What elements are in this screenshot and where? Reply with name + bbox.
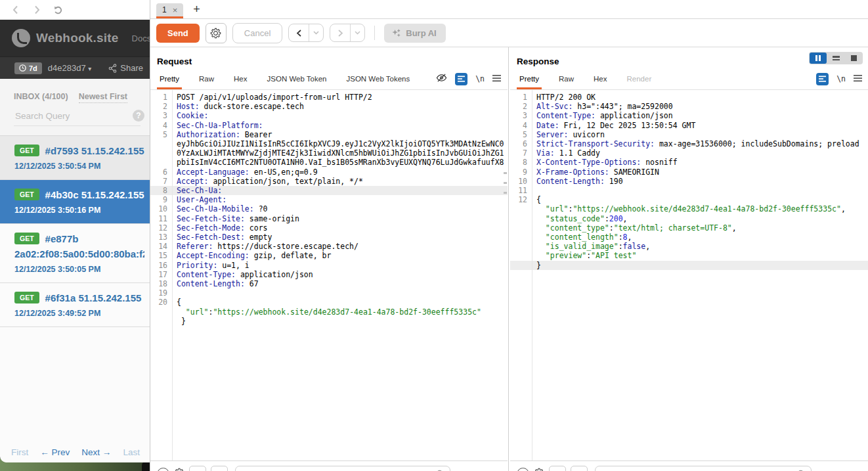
line-number: 7: [150, 177, 171, 186]
history-back-dropdown[interactable]: [309, 24, 323, 41]
line-number: [510, 251, 531, 260]
share-button[interactable]: Share: [108, 63, 143, 73]
tab-json-web-tokens[interactable]: JSON Web Tokens: [345, 69, 412, 89]
line-number: 4: [150, 121, 171, 130]
webhook-logo-icon: [12, 29, 30, 47]
share-icon: [108, 64, 117, 73]
tab-raw[interactable]: Raw: [198, 69, 215, 89]
repeater-tab-1[interactable]: 1 ×: [156, 3, 183, 18]
search-help-icon[interactable]: ?: [157, 468, 169, 471]
code-text: Sec-Fetch-Dest: empty: [171, 233, 272, 242]
history-forward-button[interactable]: [330, 24, 351, 41]
history-back-button[interactable]: [289, 24, 309, 41]
code-text: "is_valid_image":false,: [531, 242, 650, 251]
request-editor[interactable]: 1POST /api/v1/uploads/import-from-url HT…: [150, 90, 508, 471]
send-settings-button[interactable]: [206, 23, 227, 43]
tab-json-web-token[interactable]: JSON Web Token: [266, 69, 328, 89]
code-text: "content_type":"text/html; charset=UTF-8…: [531, 223, 737, 233]
tab-hex[interactable]: Hex: [592, 69, 608, 89]
code-line: 20{: [150, 298, 508, 307]
layout-columns-button[interactable]: [810, 53, 827, 64]
browser-forward-icon[interactable]: [32, 5, 42, 15]
search-settings-icon[interactable]: [534, 468, 544, 471]
search-next-button[interactable]: →: [571, 466, 588, 471]
request-id: #d7593 51.15.242.155: [45, 145, 144, 156]
search-help-icon[interactable]: ?: [517, 468, 529, 471]
code-line: 7Accept: application/json, text/plain, *…: [150, 177, 508, 186]
code-text: Content-Length: 190: [531, 177, 623, 186]
line-number: 3: [510, 111, 531, 120]
line-number: 10: [510, 177, 531, 186]
inbox-request-item[interactable]: GET#d7593 51.15.242.15512/12/2025 3:50:5…: [0, 136, 151, 180]
clock-icon: [19, 64, 26, 72]
line-number: 3: [150, 111, 171, 120]
editor-menu-icon[interactable]: [854, 73, 862, 85]
response-search-bar: ? ← → 0 highlights: [510, 460, 868, 471]
inbox-sidebar: INBOX (4/100) Newest First ? GET#d7593 5…: [0, 79, 151, 462]
token-id-dropdown[interactable]: d4e283d7 ▾: [48, 63, 92, 73]
new-tab-button[interactable]: +: [193, 3, 200, 16]
request-search-input[interactable]: [241, 469, 436, 471]
line-number: 11: [510, 186, 531, 195]
toolbar-divider: [374, 26, 375, 40]
tab-raw[interactable]: Raw: [557, 69, 575, 89]
line-number: 14: [150, 242, 171, 251]
request-view-tabs: PrettyRawHexJSON Web TokenJSON Web Token…: [150, 68, 508, 90]
inbox-request-item[interactable]: GET#e877b2a02:2f08:5a00:5d00:80ba:f249:2…: [0, 224, 151, 283]
search-next-button[interactable]: →: [211, 466, 228, 471]
inbox-pagination: First ← Prev Next → Last: [0, 447, 151, 457]
inbox-header: INBOX (4/100) Newest First ?: [0, 79, 151, 135]
method-badge: GET: [14, 292, 39, 303]
syntax-highlight-toggle-icon[interactable]: [816, 73, 829, 85]
sort-toggle[interactable]: Newest First: [79, 92, 127, 103]
line-number: [510, 242, 531, 251]
show-newlines-toggle[interactable]: \n: [475, 74, 485, 83]
line-number: [150, 307, 171, 317]
search-prev-button[interactable]: ←: [549, 466, 566, 471]
pagination-prev[interactable]: ← Prev: [40, 447, 70, 457]
line-number: 1: [150, 93, 171, 102]
tab-pretty[interactable]: Pretty: [518, 69, 540, 89]
hide-headers-icon[interactable]: [436, 73, 447, 85]
inbox-request-list: GET#d7593 51.15.242.15512/12/2025 3:50:5…: [0, 135, 151, 327]
search-prev-button[interactable]: ←: [189, 466, 206, 471]
editor-menu-icon[interactable]: [492, 73, 501, 85]
tab-render[interactable]: Render: [626, 69, 653, 89]
line-number: 16: [150, 261, 171, 270]
line-number: 9: [510, 168, 531, 177]
layout-rows-button[interactable]: [827, 53, 844, 64]
code-line: "status_code":200,: [510, 214, 868, 223]
send-button[interactable]: Send: [156, 24, 200, 43]
help-icon[interactable]: ?: [133, 110, 144, 122]
tab-pretty[interactable]: Pretty: [158, 69, 181, 89]
code-line: 1HTTP/2 200 OK: [510, 93, 868, 102]
line-number: 4: [510, 121, 531, 130]
inbox-request-item[interactable]: GET#4b30c 51.15.242.15512/12/2025 3:50:1…: [0, 180, 151, 224]
cancel-button[interactable]: Cancel: [232, 23, 282, 43]
browser-back-icon[interactable]: [11, 5, 21, 15]
pagination-first[interactable]: First: [11, 447, 28, 457]
inbox-search-input[interactable]: [14, 110, 133, 122]
nav-docs-link[interactable]: Docs & API: [132, 34, 151, 43]
pagination-last[interactable]: Last: [123, 447, 140, 457]
webhook-header: Webhook.site Docs & API: [0, 20, 151, 56]
layout-single-button[interactable]: [845, 53, 862, 64]
browser-reload-icon[interactable]: [53, 5, 64, 16]
burp-ai-button[interactable]: Burp AI: [384, 24, 445, 43]
expiry-badge[interactable]: 7d: [14, 62, 42, 74]
search-settings-icon[interactable]: [174, 468, 184, 471]
history-forward-dropdown[interactable]: [351, 24, 364, 41]
close-tab-icon[interactable]: ×: [173, 6, 178, 14]
tab-hex[interactable]: Hex: [232, 69, 248, 89]
syntax-highlight-toggle-icon[interactable]: [455, 73, 467, 85]
line-number: 5: [510, 130, 531, 139]
code-text: eyJhbGciOiJIUzI1NiIsInR5cCI6IkpXVCJ9.eyJ…: [171, 139, 504, 148]
show-newlines-toggle[interactable]: \n: [836, 74, 846, 83]
response-editor[interactable]: 1HTTP/2 200 OK2Alt-Svc: h3=":443"; ma=25…: [510, 90, 868, 471]
line-number: 18: [150, 279, 171, 288]
code-line: "preview":"API test": [510, 251, 868, 260]
code-text: Cookie:: [171, 111, 208, 120]
response-search-input[interactable]: [601, 469, 797, 471]
pagination-next[interactable]: Next →: [81, 447, 111, 457]
inbox-request-item[interactable]: GET#6f31a 51.15.242.15512/12/2025 3:49:5…: [0, 283, 151, 327]
